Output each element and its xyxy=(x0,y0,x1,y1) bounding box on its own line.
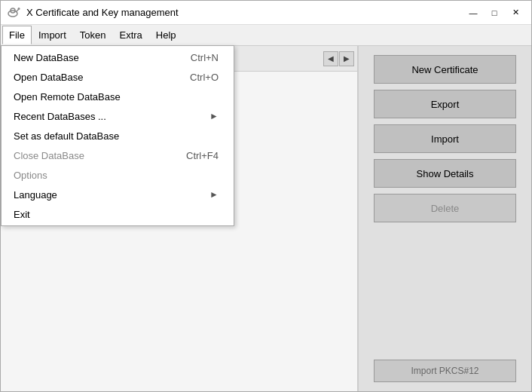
minimize-button[interactable]: — xyxy=(463,5,483,21)
menu-help[interactable]: Help xyxy=(149,26,183,44)
dropdown-open-remote-db[interactable]: Open Remote DataBase xyxy=(2,87,234,106)
svg-point-3 xyxy=(18,8,20,10)
dropdown-close-db[interactable]: Close DataBase Ctrl+F4 xyxy=(2,145,234,165)
submenu-arrow: ► xyxy=(209,111,219,121)
show-details-button[interactable]: Show Details xyxy=(374,159,516,188)
window-controls: — □ ✕ xyxy=(463,5,525,21)
right-panel-bottom: Import PKCS#12 xyxy=(374,360,516,382)
file-dropdown: New DataBase Ctrl+N Open DataBase Ctrl+O… xyxy=(1,45,234,226)
menu-import[interactable]: Import xyxy=(32,26,73,44)
submenu-arrow-language: ► xyxy=(209,189,219,200)
tab-prev-button[interactable]: ◀ xyxy=(323,51,338,66)
dropdown-exit[interactable]: Exit xyxy=(2,204,234,224)
new-certificate-button[interactable]: New Certificate xyxy=(374,55,516,84)
dropdown-options[interactable]: Options xyxy=(2,165,234,185)
import-pkcs-button[interactable]: Import PKCS#12 xyxy=(374,360,516,382)
maximize-button[interactable]: □ xyxy=(485,5,504,21)
title-bar: X Certificate and Key management — □ ✕ xyxy=(1,1,531,25)
dropdown-new-db[interactable]: New DataBase Ctrl+N xyxy=(2,47,234,67)
menu-extra[interactable]: Extra xyxy=(113,26,149,44)
tab-navigation: ◀ ▶ xyxy=(323,51,354,66)
close-button[interactable]: ✕ xyxy=(506,5,525,21)
menu-token[interactable]: Token xyxy=(73,26,113,44)
export-button[interactable]: Export xyxy=(374,90,516,118)
dropdown-set-default-db[interactable]: Set as default DataBase xyxy=(2,126,234,145)
app-icon xyxy=(7,6,20,20)
tab-next-button[interactable]: ▶ xyxy=(339,51,354,66)
dropdown-open-db[interactable]: Open DataBase Ctrl+O xyxy=(2,67,234,87)
menu-bar: File Import Token Extra Help New DataBas… xyxy=(1,25,531,46)
right-panel: New Certificate Export Import Show Detai… xyxy=(358,46,531,391)
window-title: X Certificate and Key management xyxy=(26,7,463,18)
menu-file[interactable]: File xyxy=(2,26,32,44)
dropdown-language[interactable]: Language ► xyxy=(2,185,234,204)
import-button[interactable]: Import xyxy=(374,124,516,153)
dropdown-recent-dbs[interactable]: Recent DataBases ... ► xyxy=(2,106,234,126)
delete-button[interactable]: Delete xyxy=(374,194,516,222)
application-window: X Certificate and Key management — □ ✕ F… xyxy=(0,0,532,392)
